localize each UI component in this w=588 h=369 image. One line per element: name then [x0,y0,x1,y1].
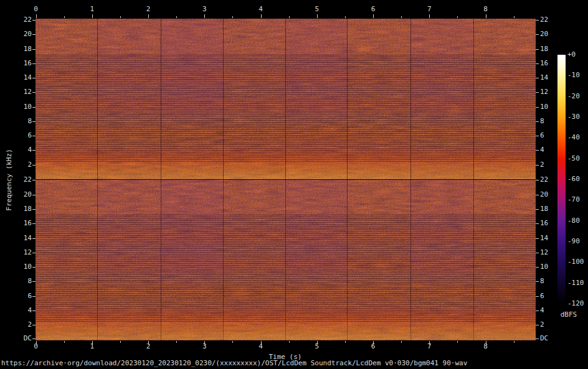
freq-tick [536,34,539,35]
freq-tick [32,63,36,64]
spectrogram-segment [410,19,473,179]
freq-tick-label: 12 [540,88,548,96]
freq-tick-label: 2 [540,161,544,169]
freq-tick [536,209,539,210]
freq-tick [32,339,36,339]
freq-tick [536,195,539,195]
spectrogram-segment [97,179,161,340]
freq-tick [536,20,539,21]
freq-tick-label: 14 [0,74,32,82]
spectrogram-segment [161,179,223,340]
freq-tick [536,339,539,339]
time-tick-minor [289,341,290,343]
freq-tick [32,267,36,268]
freq-tick [536,253,539,253]
freq-tick [536,63,539,64]
freq-tick [32,165,36,166]
time-tick-minor [457,341,458,343]
colorbar-tick-label: -70 [567,196,580,203]
spectrogram-segment [473,19,536,179]
freq-tick [32,325,36,325]
freq-tick-label: 18 [540,45,548,53]
freq-tick-label: 20 [540,30,548,38]
spectrogram-segment [97,19,161,179]
time-tick-minor [120,16,121,18]
time-tick-major [36,14,37,18]
freq-tick-label: 8 [540,118,544,125]
time-tick-label: 2 [146,6,151,13]
freq-tick [32,34,36,35]
freq-tick [536,223,539,224]
spectrogram-segment [161,19,223,179]
freq-tick-label: 10 [540,263,548,271]
freq-tick [32,92,36,93]
time-tick-minor [232,341,233,343]
freq-tick [536,107,539,108]
freq-tick-label: 22 [540,176,548,184]
time-tick-major [429,14,430,18]
freq-tick [32,136,36,136]
colorbar-tick-label: -100 [567,258,584,266]
freq-tick [536,281,539,282]
freq-tick [32,78,36,78]
colorbar-tick-label: -20 [567,93,580,100]
time-tick-label: 5 [315,6,319,13]
spectrogram-segment [285,19,346,179]
freq-tick-label: 6 [540,292,544,300]
time-tick-minor [64,341,65,343]
freq-tick [32,209,36,210]
freq-tick-label: 2 [540,321,544,329]
spectrogram-segment [410,179,473,340]
freq-tick-label: 18 [540,205,548,213]
freq-tick [536,325,539,325]
freq-tick [32,311,36,311]
colorbar-tick-label: -50 [567,155,580,162]
freq-tick [536,267,539,268]
time-tick-major [92,341,93,345]
colorbar-tick-label: -90 [567,238,580,245]
freq-tick [536,238,539,239]
time-tick-minor [289,16,290,18]
freq-tick-label: 16 [0,60,32,67]
time-tick-minor [232,16,233,18]
freq-tick-label: DC [540,335,548,342]
freq-tick [32,107,36,108]
colorbar-tick-label: -110 [567,279,584,287]
spectrogram-segment [347,19,411,179]
time-tick-major [486,341,486,345]
freq-tick-label: 12 [0,249,32,256]
freq-tick-label: 12 [540,249,548,256]
time-tick-minor [401,16,402,18]
freq-tick-label: 18 [0,45,32,53]
freq-tick [536,49,539,50]
freq-tick-label: 6 [0,292,32,300]
time-tick-minor [120,341,121,343]
colorbar-tick-label: -120 [567,300,584,307]
freq-tick-label: 4 [0,307,32,314]
time-tick-major [261,341,262,345]
freq-tick-label: 2 [0,321,32,329]
freq-tick [32,150,36,151]
freq-tick-label: 8 [540,278,544,285]
time-tick-minor [64,16,65,18]
freq-tick-label: 22 [540,16,548,24]
freq-tick [536,311,539,311]
time-tick-label: 4 [258,6,263,13]
time-tick-minor [345,16,346,18]
time-tick-major [148,14,149,18]
spectrogram-segment [36,179,97,340]
colorbar-gradient [557,55,566,304]
colorbar-tick-label: -40 [567,134,580,141]
freq-tick [536,78,539,78]
time-tick-minor [176,341,177,343]
time-tick-major [373,341,374,345]
freq-tick [32,296,36,297]
colorbar-tick-label: -30 [567,113,580,121]
frequency-axis-title: Frequency (kHz) [6,143,13,217]
freq-tick [536,92,539,93]
time-tick-major [92,14,93,18]
freq-tick [536,121,539,122]
time-tick-label: 7 [427,6,432,13]
spectrogram-overlays [36,19,536,340]
freq-tick-label: 6 [0,132,32,139]
